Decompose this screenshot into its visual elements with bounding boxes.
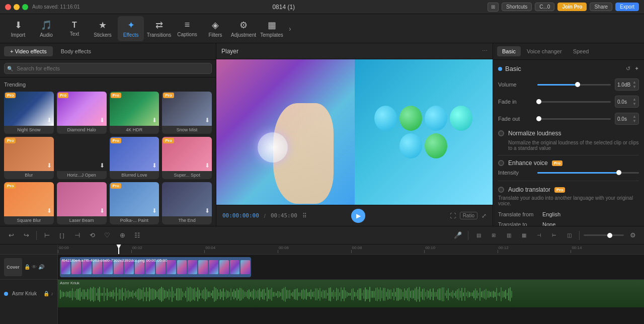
toolbar-item-import[interactable]: ⬇ Import (5, 16, 31, 41)
tab-body-effects[interactable]: Body effects (55, 46, 97, 56)
right-content: Basic ↺ ✦ Volume 1.0dB ▲▼ (493, 60, 644, 226)
favorite-button[interactable]: ♡ (101, 229, 113, 241)
tab-basic[interactable]: Basic (497, 46, 521, 56)
timeline-ruler: 00:00 00:02 00:04 00:06 00:08 00:10 00:1… (58, 245, 644, 255)
waveform-bar-294 (504, 291, 505, 297)
waveform-bar-27 (101, 293, 102, 295)
fade-out-stepper[interactable]: ▲▼ (632, 114, 636, 123)
audio-vol-icon[interactable]: ♪ (51, 291, 53, 296)
toolbar-item-transitions[interactable]: ⇄ Transitions (146, 16, 172, 41)
fade-in-slider[interactable] (537, 101, 611, 103)
effect-item-blur[interactable]: Pro ⬇ Blur (4, 137, 54, 179)
waveform-bar-55 (143, 287, 144, 301)
track-tool-1[interactable]: ▤ (472, 229, 485, 241)
effect-item-diamond-halo[interactable]: Pro ⬇ Diamond Halo (57, 92, 107, 134)
effect-item-horiz-open[interactable]: ⬇ Horiz...J Open (57, 137, 107, 179)
track-tool-7[interactable]: ◫ (563, 229, 575, 241)
effect-item-blurred-love[interactable]: Pro ⬇ Blurred Love (110, 137, 159, 179)
play-button[interactable]: ▶ (351, 209, 365, 223)
share-button[interactable]: Share (590, 3, 612, 11)
timeline-playhead[interactable] (118, 245, 119, 254)
redo-button[interactable]: ↪ (20, 229, 32, 241)
video-clip[interactable]: f6421f0e4-a7f6-4063-bbd0-7302c3392dcc.pn… (60, 257, 251, 277)
waveform-bar-33 (110, 291, 111, 297)
volume-icon[interactable]: 🔊 (38, 264, 44, 270)
waveform-bar-6 (69, 291, 70, 297)
toolbar-item-templates[interactable]: ▦ Templates (259, 16, 285, 41)
fade-in-stepper[interactable]: ▲▼ (632, 97, 636, 106)
waveform-bar-174 (323, 290, 324, 299)
tab-speed[interactable]: Speed (568, 46, 594, 56)
toolbar-item-filters[interactable]: ◈ Filters (202, 16, 228, 41)
grid-icon[interactable]: ⊞ (488, 3, 499, 12)
zoom-slider[interactable] (584, 234, 624, 236)
effect-item-square-blur[interactable]: Pro ⬇ Square Blur (4, 182, 54, 224)
image-button[interactable]: ☷ (131, 229, 143, 241)
waveform-bar-115 (233, 289, 234, 299)
track-tool-6[interactable]: ⊢ (548, 229, 560, 241)
normalize-checkbox[interactable] (498, 130, 504, 136)
timeline-dots-icon[interactable]: ⠿ (302, 212, 307, 219)
waveform-bar-69 (164, 290, 165, 299)
waveform-bar-193 (351, 289, 352, 300)
expand-icon[interactable]: ⤢ (481, 212, 487, 219)
join-pro-button[interactable]: Join Pro (557, 3, 587, 11)
loop-button[interactable]: ⟲ (86, 229, 98, 241)
effect-item-4k-hdr[interactable]: Pro ⬇ 4K HDR (110, 92, 159, 134)
enhance-voice-checkbox[interactable] (498, 160, 504, 166)
effect-item-the-end[interactable]: ⬇ The End (162, 182, 212, 224)
crop-button[interactable]: [ ] (56, 229, 68, 241)
at-checkbox[interactable] (498, 187, 504, 193)
toolbar-item-adjustment[interactable]: ⚙ Adjustment (230, 16, 257, 41)
track-tool-4[interactable]: ▦ (518, 229, 530, 241)
refresh-icon[interactable]: ↺ (626, 65, 630, 72)
tab-video-effects[interactable]: + Video effects (4, 46, 53, 56)
fullscreen-icon[interactable]: ⛶ (450, 212, 456, 219)
minimize-button[interactable] (14, 4, 20, 10)
intensity-slider[interactable] (537, 172, 639, 174)
close-button[interactable] (5, 4, 11, 10)
settings-icon[interactable]: ⚙ (627, 229, 639, 241)
timeline-tracks[interactable]: 00:00 00:02 00:04 00:06 00:08 00:10 00:1… (58, 245, 644, 324)
waveform-bar-132 (259, 288, 260, 300)
export-button[interactable]: Export (615, 3, 639, 11)
toolbar-item-text[interactable]: T Text (61, 16, 88, 41)
section-icons: ↺ ✦ (626, 65, 639, 72)
account-button[interactable]: C...0 (535, 3, 554, 11)
mic-icon[interactable]: 🎤 (452, 229, 464, 241)
toolbar-item-effects[interactable]: ✦ Effects (118, 16, 144, 41)
volume-slider[interactable] (537, 84, 611, 86)
effect-item-super-spot[interactable]: Pro ⬇ Super... Spot (162, 137, 212, 179)
track-tool-5[interactable]: ⊣ (533, 229, 545, 241)
tab-voice-changer[interactable]: Voice changer (522, 46, 567, 56)
clip-filename: f6421f0e4-a7f6-4063-bbd0-7302c3392dcc.pn… (62, 258, 168, 263)
player-settings-icon[interactable]: ⋯ (482, 48, 488, 54)
eye-icon[interactable]: 👁 (32, 264, 37, 270)
undo-button[interactable]: ↩ (5, 229, 17, 241)
waveform-bar-282 (486, 289, 487, 300)
audio-lock-icon[interactable]: 🔒 (43, 291, 49, 296)
add-button[interactable]: ⊕ (116, 229, 128, 241)
wand-icon[interactable]: ✦ (634, 65, 639, 72)
split-button[interactable]: ⊢ (41, 229, 53, 241)
effect-item-snow-mist[interactable]: Pro ⬇ Snow Mist (162, 92, 212, 134)
effect-item-night-snow[interactable]: Pro ⬇ Night Snow (4, 92, 54, 134)
track-tool-2[interactable]: ⊞ (488, 229, 500, 241)
ratio-badge[interactable]: Ratio (460, 212, 477, 219)
waveform-bar-287 (493, 291, 494, 298)
waveform-bar-78 (178, 288, 179, 300)
search-input[interactable] (4, 63, 212, 74)
lock-icon[interactable]: 🔒 (24, 264, 30, 270)
volume-stepper[interactable]: ▲▼ (632, 80, 636, 89)
toolbar-item-audio[interactable]: 🎵 Audio (33, 16, 59, 41)
fade-out-slider[interactable] (537, 118, 611, 120)
effect-item-polka-paint[interactable]: Pro ⬇ Polka-... Paint (110, 182, 159, 224)
shortcuts-button[interactable]: Shortcuts (502, 3, 532, 11)
toolbar-item-captions[interactable]: ≡ Captions (174, 16, 200, 41)
effect-item-laser-beam[interactable]: ⬇ Laser Beam (57, 182, 107, 224)
trim-button[interactable]: ⊣ (71, 229, 83, 241)
toolbar-expand-icon[interactable]: › (289, 25, 291, 33)
toolbar-item-stickers[interactable]: ★ Stickers (90, 16, 116, 41)
track-tool-3[interactable]: ▥ (503, 229, 515, 241)
maximize-button[interactable] (22, 4, 28, 10)
